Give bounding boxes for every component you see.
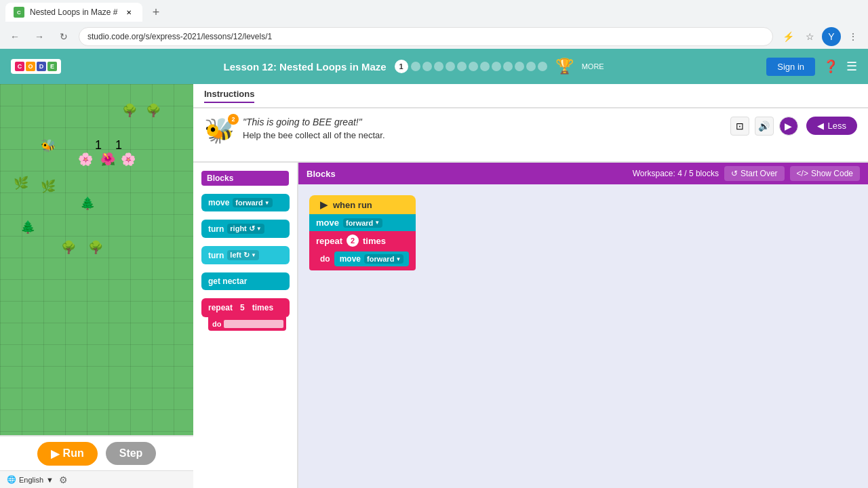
globe-icon: 🌐 bbox=[7, 475, 16, 484]
turn-left-dropdown[interactable]: left ↻ bbox=[227, 250, 258, 260]
play-button[interactable]: ▶ bbox=[779, 117, 798, 136]
bee-wrapper: 🐝 2 bbox=[204, 117, 235, 145]
workspace-panel: Blocks Workspace: 4 / 5 blocks ↺ Start O… bbox=[298, 163, 868, 488]
level-dot-12 bbox=[526, 62, 536, 71]
hamburger-menu-button[interactable]: ☰ bbox=[846, 59, 857, 74]
workspace-controls: Workspace: 4 / 5 blocks ↺ Start Over </>… bbox=[633, 166, 860, 181]
help-button[interactable]: ❓ bbox=[823, 59, 838, 74]
reload-button[interactable]: ↻ bbox=[54, 27, 73, 46]
event-icon: ▶ bbox=[320, 199, 328, 210]
ws-inner-move-dropdown[interactable]: forward bbox=[364, 254, 403, 264]
address-bar[interactable]: studio.code.org/s/express-2021/lessons/1… bbox=[79, 27, 773, 46]
extensions-button[interactable]: ⚡ bbox=[778, 27, 797, 46]
blocks-panel: Blocks move forward turn right ↺ turn le… bbox=[193, 163, 298, 488]
expand-icon[interactable]: ⊡ bbox=[730, 117, 749, 136]
url-text: studio.code.org/s/express-2021/lessons/1… bbox=[87, 32, 272, 41]
when-run-block[interactable]: ▶ when run bbox=[309, 195, 416, 214]
new-tab-button[interactable]: + bbox=[146, 3, 165, 22]
flower-2: 🌺 bbox=[100, 152, 115, 167]
dropdown-arrow: ▼ bbox=[46, 476, 54, 484]
level-current[interactable]: 1 bbox=[395, 60, 408, 73]
more-label[interactable]: MORE bbox=[582, 62, 604, 70]
workspace-title: Blocks bbox=[307, 169, 336, 179]
forward-button[interactable]: → bbox=[30, 27, 49, 46]
browser-chrome: C Nested Loops in Maze #1 | E... ✕ + ← →… bbox=[0, 0, 868, 49]
start-over-button[interactable]: ↺ Start Over bbox=[724, 166, 785, 181]
repeat-do-area: do bbox=[208, 317, 286, 331]
turn-right-dropdown[interactable]: right ↺ bbox=[227, 224, 264, 234]
ws-move-block[interactable]: move forward bbox=[309, 214, 416, 231]
block-repeat[interactable]: repeat 5 times bbox=[201, 298, 290, 317]
repeat-label: repeat bbox=[208, 303, 233, 312]
move-label: move bbox=[208, 198, 229, 207]
ws-repeat-header: repeat 2 times bbox=[309, 231, 416, 250]
ws-repeat-value[interactable]: 2 bbox=[347, 235, 359, 247]
instructions-title: "This is going to BEE great!" bbox=[243, 117, 722, 127]
language-selector[interactable]: 🌐 English ▼ bbox=[7, 475, 54, 484]
count-badge-1: 1 bbox=[95, 138, 102, 152]
block-turn-left[interactable]: turn left ↻ bbox=[201, 246, 290, 264]
logo-o: O bbox=[26, 62, 35, 71]
level-dot-5 bbox=[446, 62, 455, 71]
grid-overlay bbox=[0, 84, 193, 435]
nectar-label: get nectar bbox=[208, 277, 247, 286]
instructions-actions: ⊡ 🔊 ▶ bbox=[730, 117, 798, 136]
block-turn-right[interactable]: turn right ↺ bbox=[201, 220, 290, 238]
game-footer: 🌐 English ▼ ⚙ bbox=[0, 470, 193, 488]
tree-5: 🌳 bbox=[88, 240, 103, 255]
browser-tab[interactable]: C Nested Loops in Maze #1 | E... ✕ bbox=[5, 3, 142, 22]
blocks-panel-header: Blocks bbox=[201, 171, 289, 186]
back-button[interactable]: ← bbox=[5, 27, 24, 46]
right-panel: Instructions 🐝 2 "This is going to BEE g… bbox=[193, 84, 868, 488]
less-button[interactable]: ◀ Less bbox=[806, 117, 857, 135]
level-dot-11 bbox=[515, 62, 524, 71]
ws-inner-move-label: move bbox=[340, 254, 361, 264]
ws-repeat-block[interactable]: repeat 2 times do move forward bbox=[309, 231, 416, 270]
game-area: 🌳 🌳 🐝 🌸 🌺 🌸 🌿 🌿 🌲 🌲 🌳 🌳 1 1 bbox=[0, 84, 193, 435]
workspace-container: Blocks move forward turn right ↺ turn le… bbox=[193, 163, 868, 488]
workspace-header: Blocks Workspace: 4 / 5 blocks ↺ Start O… bbox=[298, 163, 868, 184]
move-dropdown[interactable]: forward bbox=[233, 198, 272, 207]
code-org-logo[interactable]: C O D E bbox=[11, 59, 61, 74]
ws-move-label: move bbox=[316, 218, 339, 228]
logo-e: E bbox=[47, 62, 57, 71]
restart-icon: ↺ bbox=[731, 169, 738, 178]
tab-close-button[interactable]: ✕ bbox=[123, 7, 134, 18]
turn-label: turn bbox=[208, 224, 224, 234]
profile-button[interactable]: Y bbox=[822, 27, 841, 46]
shrub-1: 🌿 bbox=[14, 176, 28, 190]
settings-button[interactable]: ⚙ bbox=[59, 474, 68, 485]
level-dot-8 bbox=[480, 62, 490, 71]
instructions-text: "This is going to BEE great!" Help the b… bbox=[243, 117, 722, 140]
count-badge-2: 1 bbox=[115, 138, 122, 152]
app-header: C O D E Lesson 12: Nested Loops in Maze … bbox=[0, 49, 868, 84]
turn-left-label: turn bbox=[208, 251, 224, 260]
show-code-button[interactable]: </> Show Code bbox=[790, 166, 860, 181]
ws-inner-move-block[interactable]: move forward bbox=[334, 251, 410, 266]
block-count-label: Workspace: 4 / 5 blocks bbox=[633, 169, 719, 178]
game-controls: ▶ Run Step bbox=[0, 435, 193, 470]
sign-in-button[interactable]: Sign in bbox=[766, 58, 815, 76]
step-button[interactable]: Step bbox=[106, 442, 157, 465]
level-dot-6 bbox=[457, 62, 467, 71]
main-content: 🌳 🌳 🐝 🌸 🌺 🌸 🌿 🌿 🌲 🌲 🌳 🌳 1 1 ▶ Run Step bbox=[0, 84, 868, 488]
bookmark-button[interactable]: ☆ bbox=[800, 27, 819, 46]
instructions-body: Help the bee collect all of the nectar. bbox=[243, 130, 722, 140]
level-dot-7 bbox=[469, 62, 478, 71]
menu-dots-button[interactable]: ⋮ bbox=[844, 27, 863, 46]
run-button[interactable]: ▶ Run bbox=[37, 442, 98, 466]
tree-3: 🌲 bbox=[20, 220, 35, 235]
level-dot-10 bbox=[503, 62, 513, 71]
repeat-value[interactable]: 5 bbox=[236, 302, 249, 313]
sound-icon[interactable]: 🔊 bbox=[755, 117, 774, 136]
block-move-forward[interactable]: move forward bbox=[201, 194, 290, 211]
instructions-tab-label[interactable]: Instructions bbox=[204, 89, 254, 103]
block-get-nectar[interactable]: get nectar bbox=[201, 272, 290, 290]
instructions-panel: 🐝 2 "This is going to BEE great!" Help t… bbox=[193, 108, 868, 163]
logo-d: D bbox=[37, 62, 46, 71]
tree-2: 🌲 bbox=[80, 196, 95, 211]
level-dot-2 bbox=[411, 62, 420, 71]
ws-move-dropdown[interactable]: forward bbox=[343, 218, 382, 228]
shrub-2: 🌿 bbox=[41, 179, 56, 194]
repeat-slot[interactable] bbox=[224, 320, 283, 328]
